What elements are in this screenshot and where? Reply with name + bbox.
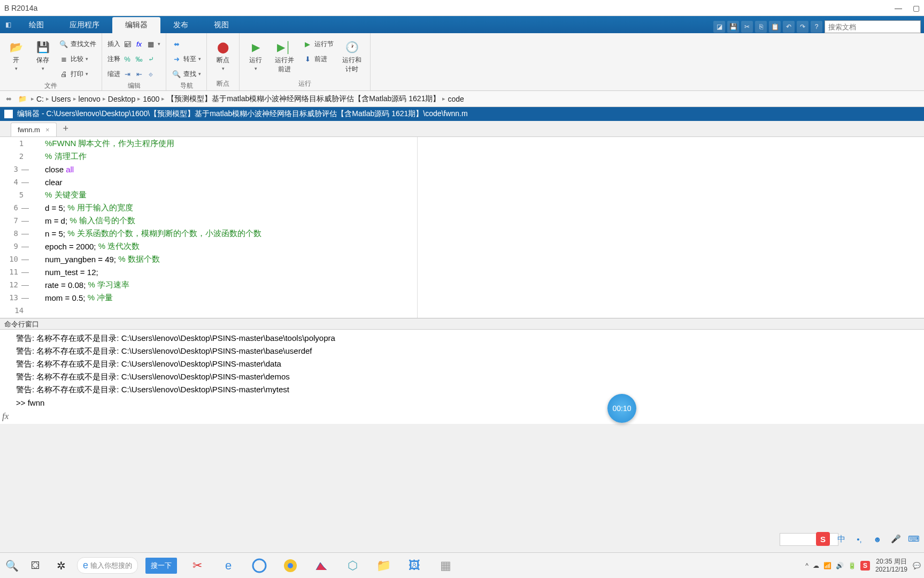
sogou-icon[interactable]: S [816, 532, 830, 546]
add-tab-button[interactable]: + [58, 121, 74, 136]
ime-punct-icon[interactable]: •, [852, 532, 866, 546]
crumb[interactable]: Desktop [108, 95, 135, 103]
back-arrow-icon[interactable]: ⬌ [3, 94, 14, 104]
advance-button[interactable]: ⬇前进 [302, 52, 335, 65]
crumb[interactable]: C: [36, 95, 44, 103]
tab-plot[interactable]: 绘图 [16, 17, 57, 33]
code-line[interactable]: rate = 0.08; % 学习速率 [32, 278, 924, 291]
open-button[interactable]: 📂 开 ▾ [4, 37, 28, 73]
redo-icon[interactable]: ↷ [797, 21, 808, 33]
ime-lang[interactable]: 中 [834, 532, 848, 546]
insert-button[interactable]: 插入 🗟 fx ▦▾ [106, 37, 161, 50]
help-icon[interactable]: ? [811, 21, 822, 33]
code-editor[interactable]: 1 2 3—4—5 6—7—8—9—10—11—12—13—14 %FWNN 脚… [0, 137, 924, 318]
app-chrome[interactable] [281, 556, 300, 575]
app-generic2[interactable]: ▦ [436, 556, 455, 575]
copy-icon[interactable]: ⎘ [755, 21, 767, 33]
indent-button[interactable]: 缩进 ⇥ ⇤ ⟐ [106, 67, 161, 80]
save-icon[interactable]: 💾 [727, 21, 739, 33]
obs-icon[interactable]: ✲ [52, 557, 70, 574]
code-line[interactable]: n = 5; % 关系函数的个数，模糊判断的个数，小波函数的个数 [32, 227, 924, 240]
start-icon[interactable]: 🔍 [3, 557, 20, 574]
code-line[interactable]: epoch = 2000; % 迭代次数 [32, 240, 924, 253]
crumb[interactable]: code [448, 95, 464, 103]
goto-button[interactable]: ➜转至▾ [171, 52, 202, 65]
line-number: 9— [0, 240, 32, 253]
ribbon-right-tools: ◪ 💾 ✂ ⎘ 📋 ↶ ↷ ? [713, 20, 924, 33]
run-advance-button[interactable]: ▶│ 运行并 前进 [271, 37, 298, 76]
line-gutter: 1 2 3—4—5 6—7—8—9—10—11—12—13—14 [0, 137, 32, 318]
search-go-button[interactable]: 搜一下 [145, 558, 177, 574]
search-docs-input[interactable] [825, 20, 921, 33]
run-section-button[interactable]: ▶运行节 [302, 37, 335, 50]
close-tab-icon[interactable]: × [45, 126, 50, 134]
ime-keyboard-icon[interactable]: ⌨ [907, 532, 921, 546]
code-line[interactable]: close all [32, 163, 924, 176]
ime-emoji-icon[interactable]: ☻ [871, 532, 884, 546]
tab-view[interactable]: 视图 [201, 17, 242, 33]
code-line[interactable]: mom = 0.5; % 冲量 [32, 291, 924, 304]
find-button[interactable]: 🔍查找▾ [171, 67, 202, 80]
task-view-icon[interactable]: ⛋ [28, 557, 45, 574]
app-explorer[interactable]: 📁 [374, 556, 393, 575]
group-label: 导航 [171, 81, 202, 90]
code-line[interactable]: % 关键变量 [32, 188, 924, 201]
save-button[interactable]: 💾 保存 ▾ [31, 37, 55, 73]
crumb[interactable]: Users [51, 95, 71, 103]
code-line[interactable]: %FWNN 脚本文件，作为主程序使用 [32, 137, 924, 150]
tray-wifi-icon[interactable]: 📶 [823, 562, 831, 569]
code-line[interactable] [32, 304, 924, 317]
ime-voice-icon[interactable]: 🎤 [889, 532, 903, 546]
timer-badge: 00:10 [607, 394, 636, 423]
code-line[interactable]: num_yangben = 49; % 数据个数 [32, 253, 924, 265]
qa-icon[interactable]: ◧ [3, 20, 13, 29]
app-generic1[interactable]: ⬡ [343, 556, 362, 575]
clock[interactable]: 20:35 周日 2021/12/19 [875, 558, 907, 573]
undo-icon[interactable]: ↶ [783, 21, 795, 33]
app-edge[interactable] [250, 556, 269, 575]
breakpoints-button[interactable]: ⬤ 断点 ▾ [211, 37, 235, 73]
app-photos[interactable]: 🖼 [405, 556, 424, 575]
tab-publish[interactable]: 发布 [160, 17, 201, 33]
run-advance-icon: ▶│ [277, 40, 292, 55]
run-button[interactable]: ▶ 运行 ▾ [244, 37, 267, 73]
compare-button[interactable]: ≣比较▾ [58, 52, 97, 65]
notifications-icon[interactable]: 💬 [913, 562, 921, 569]
code-line[interactable]: d = 5; % 用于输入的宽度 [32, 201, 924, 214]
app-ie[interactable]: e [219, 556, 238, 575]
find-files-button[interactable]: 🔍查找文件 [58, 37, 97, 50]
comment-button[interactable]: 注释 % ‰ ⤶ [106, 52, 161, 65]
tool-icon[interactable]: ◪ [713, 21, 725, 33]
code-line[interactable]: num_test = 12; [32, 265, 924, 278]
cut-icon[interactable]: ✂ [741, 21, 753, 33]
tray-chevron-icon[interactable]: ^ [805, 562, 808, 569]
line-number: 5 [0, 188, 32, 201]
crumb[interactable]: lenovo [79, 95, 101, 103]
crumb[interactable]: 【预测模型】基于matlab模糊小波神经网络目标威胁评估【含Matlab源码 1… [167, 94, 440, 104]
code-line[interactable]: % 清理工作 [32, 150, 924, 163]
code-body[interactable]: %FWNN 脚本文件，作为主程序使用% 清理工作close allclear% … [32, 137, 924, 318]
tray-sogou-icon[interactable]: S [860, 561, 870, 571]
nav-arrow-button[interactable]: ⬌ [171, 37, 202, 50]
folder-icon[interactable]: 📁 [17, 94, 28, 104]
maximize-button[interactable]: ▢ [913, 4, 920, 12]
paste-icon[interactable]: 📋 [769, 21, 781, 33]
comment-icon: % [122, 54, 132, 64]
run-time-button[interactable]: 🕐 运行和 计时 [338, 37, 366, 76]
code-line[interactable]: clear [32, 176, 924, 188]
minimize-button[interactable]: — [895, 4, 902, 12]
tray-battery-icon[interactable]: 🔋 [848, 562, 856, 569]
file-tab-fwnn[interactable]: fwnn.m × [11, 123, 57, 136]
tray-volume-icon[interactable]: 🔊 [836, 562, 844, 569]
tray-onedrive-icon[interactable]: ☁ [813, 562, 819, 569]
command-window[interactable]: 警告: 名称不存在或不是目录: C:\Users\lenovo\Desktop\… [0, 330, 924, 424]
app-snip[interactable]: ✂ [188, 556, 207, 575]
code-line[interactable]: m = d; % 输入信号的个数 [32, 214, 924, 227]
crumb[interactable]: 1600 [143, 95, 159, 103]
tab-editor[interactable]: 编辑器 [112, 17, 160, 33]
tab-apps[interactable]: 应用程序 [57, 17, 112, 33]
taskbar-search[interactable]: e 输入你想搜的 [77, 557, 138, 574]
print-button[interactable]: 🖨打印▾ [58, 67, 97, 80]
app-matlab[interactable] [312, 556, 331, 575]
line-number: 8— [0, 227, 32, 240]
